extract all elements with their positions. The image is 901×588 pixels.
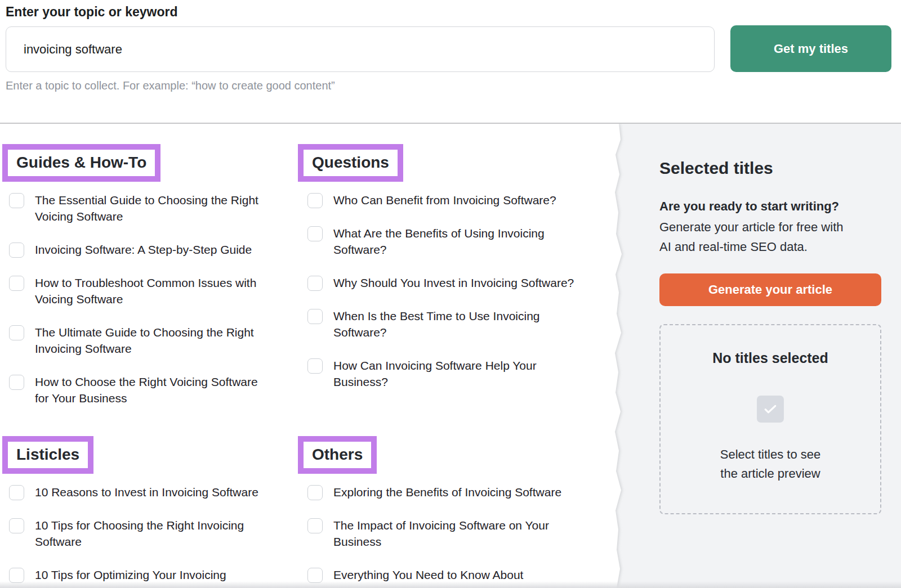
- title-text: Who Can Benefit from Invoicing Software?: [333, 192, 556, 208]
- title-checkbox[interactable]: [307, 485, 323, 500]
- title-checkbox[interactable]: [9, 276, 24, 291]
- title-row: The Ultimate Guide to Choosing the Right…: [9, 324, 284, 357]
- title-text: Everything You Need to Know About: [333, 567, 523, 583]
- title-row: Why Should You Invest in Invoicing Softw…: [307, 275, 579, 291]
- topic-input[interactable]: [6, 26, 715, 72]
- title-text: How Can Invoicing Software Help Your Bus…: [333, 357, 537, 390]
- title-row: 10 Tips for Optimizing Your Invoicing: [9, 567, 284, 583]
- title-row: Invoicing Software: A Step-by-Step Guide: [9, 241, 284, 258]
- title-text: The Impact of Invoicing Software on Your…: [333, 517, 549, 550]
- title-text: How to Choose the Right Voicing Software…: [35, 374, 258, 406]
- section-listicles: Listicles 10 Reasons to Invest in Invoic…: [2, 436, 284, 588]
- title-text: 10 Tips for Choosing the Right Invoicing…: [35, 517, 244, 550]
- title-checkbox[interactable]: [307, 309, 323, 324]
- title-generator-page: Enter your topic or keyword Get my title…: [0, 0, 901, 588]
- title-checkbox[interactable]: [9, 568, 24, 583]
- title-row: Who Can Benefit from Invoicing Software?: [307, 192, 579, 208]
- title-row: What Are the Benefits of Using Invoicing…: [307, 225, 579, 258]
- section-title-questions: Questions: [298, 144, 403, 182]
- title-checkbox[interactable]: [307, 518, 323, 533]
- title-row: 10 Reasons to Invest in Invoicing Softwa…: [9, 484, 284, 500]
- title-checkbox[interactable]: [307, 568, 323, 583]
- title-text: The Ultimate Guide to Choosing the Right…: [35, 324, 254, 357]
- torn-paper-edge-decoration: [610, 124, 629, 588]
- title-checkbox[interactable]: [9, 325, 24, 340]
- title-text: When Is the Best Time to Use Invoicing S…: [333, 308, 540, 340]
- cta-text: Generate your article for free with AI a…: [659, 217, 881, 257]
- title-checkbox[interactable]: [9, 485, 24, 500]
- generate-article-button[interactable]: Generate your article: [659, 273, 881, 306]
- selected-titles-panel: Selected titles Are you ready to start w…: [611, 124, 901, 588]
- get-my-titles-button[interactable]: Get my titles: [730, 25, 891, 72]
- title-row: How to Choose the Right Voicing Software…: [9, 374, 284, 406]
- title-row: How to Troubleshoot Common Issues with V…: [9, 275, 284, 307]
- empty-selection-box: No titles selected Select titles to see …: [659, 324, 881, 514]
- title-checkbox[interactable]: [307, 226, 323, 241]
- title-checkbox[interactable]: [9, 518, 24, 533]
- section-guides-how-to: Guides & How-To The Essential Guide to C…: [2, 144, 284, 423]
- title-row: Everything You Need to Know About: [307, 567, 579, 583]
- title-row: The Essential Guide to Choosing the Righ…: [9, 192, 284, 225]
- title-checkbox[interactable]: [9, 193, 24, 208]
- title-checkbox[interactable]: [9, 375, 24, 390]
- section-title-listicles: Listicles: [2, 436, 93, 474]
- title-row: 10 Tips for Choosing the Right Invoicing…: [9, 517, 284, 550]
- section-title-others: Others: [298, 436, 377, 474]
- section-title-guides: Guides & How-To: [2, 144, 160, 182]
- title-text: 10 Reasons to Invest in Invoicing Softwa…: [35, 484, 258, 500]
- title-row: The Impact of Invoicing Software on Your…: [307, 517, 579, 550]
- title-checkbox[interactable]: [307, 276, 323, 291]
- title-row: Exploring the Benefits of Invoicing Soft…: [307, 484, 579, 500]
- title-checkbox[interactable]: [307, 358, 323, 374]
- topic-helper-text: Enter a topic to collect. For example: “…: [6, 79, 335, 92]
- title-text: What Are the Benefits of Using Invoicing…: [333, 225, 545, 258]
- title-text: Invoicing Software: A Step-by-Step Guide: [35, 241, 252, 258]
- title-text: The Essential Guide to Choosing the Righ…: [35, 192, 258, 225]
- title-text: Exploring the Benefits of Invoicing Soft…: [333, 484, 561, 500]
- title-text: 10 Tips for Optimizing Your Invoicing: [35, 567, 226, 583]
- topic-label: Enter your topic or keyword: [6, 5, 177, 20]
- title-row: How Can Invoicing Software Help Your Bus…: [307, 357, 579, 390]
- cta-heading: Are you ready to start writing?: [659, 199, 881, 214]
- title-checkbox[interactable]: [9, 243, 24, 258]
- title-checkbox[interactable]: [307, 193, 323, 208]
- title-text: Why Should You Invest in Invoicing Softw…: [333, 275, 574, 291]
- empty-state-hint: Select titles to see the article preview: [661, 445, 880, 483]
- title-row: When Is the Best Time to Use Invoicing S…: [307, 308, 579, 340]
- checkmark-icon: [757, 396, 784, 423]
- selected-titles-heading: Selected titles: [659, 159, 881, 178]
- section-others: Others Exploring the Benefits of Invoici…: [298, 436, 579, 588]
- title-text: How to Troubleshoot Common Issues with V…: [35, 275, 256, 307]
- section-questions: Questions Who Can Benefit from Invoicing…: [298, 144, 579, 407]
- empty-state-title: No titles selected: [661, 350, 880, 366]
